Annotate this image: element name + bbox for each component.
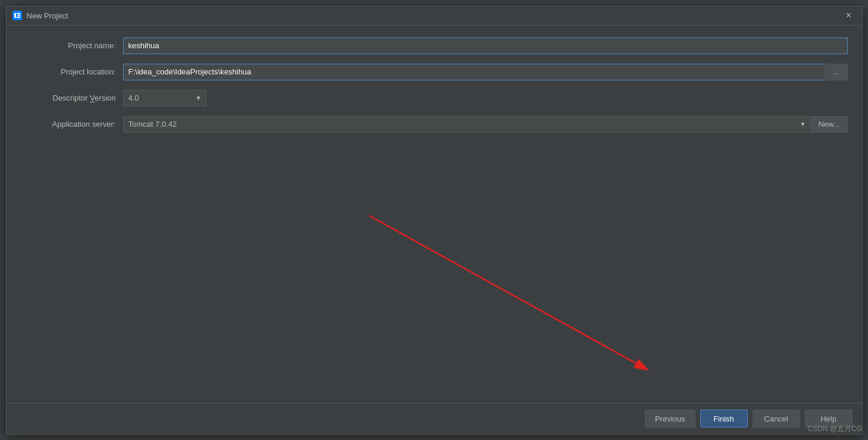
descriptor-version-row: Descriptor Version 4.0 3.1 3.0 2.5 ▼ (21, 90, 848, 107)
project-location-label: Project location: (21, 67, 116, 76)
svg-rect-0 (12, 11, 22, 20)
previous-button[interactable]: Previous (645, 410, 695, 427)
dialog-overlay: New Project × Project name: Project loca… (0, 0, 868, 440)
title-bar: New Project × (7, 7, 862, 26)
new-server-button[interactable]: New... (810, 116, 847, 133)
dialog-title: New Project (27, 11, 842, 20)
application-server-select[interactable]: Tomcat 7.0.42 (123, 116, 811, 133)
descriptor-version-select-wrapper: 4.0 3.1 3.0 2.5 ▼ (123, 90, 206, 107)
close-button[interactable]: × (842, 8, 856, 23)
svg-rect-2 (17, 13, 20, 14)
browse-button[interactable]: ... (825, 64, 848, 80)
svg-line-6 (369, 215, 648, 369)
project-location-row: Project location: ... (21, 64, 848, 80)
project-name-row: Project name: (21, 38, 848, 54)
svg-rect-1 (14, 13, 16, 18)
app-server-field-wrapper: Tomcat 7.0.42 ▼ New... (123, 116, 848, 133)
dialog-content: Project name: Project location: ... Desc… (7, 26, 862, 403)
finish-button[interactable]: Finish (700, 410, 748, 427)
cancel-button[interactable]: Cancel (753, 410, 800, 427)
arrow-annotation (7, 26, 862, 403)
dialog-footer: Previous Finish Cancel Help (7, 403, 862, 434)
svg-rect-3 (18, 15, 20, 16)
project-location-input[interactable] (123, 64, 825, 80)
app-server-select-wrapper: Tomcat 7.0.42 ▼ (123, 116, 811, 133)
application-server-row: Application server: Tomcat 7.0.42 ▼ New.… (21, 116, 848, 133)
descriptor-version-select[interactable]: 4.0 3.1 3.0 2.5 (123, 90, 206, 107)
project-name-label: Project name: (21, 41, 116, 50)
project-location-field-wrapper: ... (123, 64, 848, 80)
svg-rect-4 (17, 17, 20, 18)
new-project-dialog: New Project × Project name: Project loca… (6, 6, 863, 435)
application-server-label: Application server: (21, 120, 116, 129)
project-name-input[interactable] (123, 38, 848, 54)
descriptor-version-label: Descriptor Version (21, 93, 116, 102)
csdn-watermark: CSDN @五月CG (807, 424, 862, 434)
app-icon (12, 11, 22, 20)
